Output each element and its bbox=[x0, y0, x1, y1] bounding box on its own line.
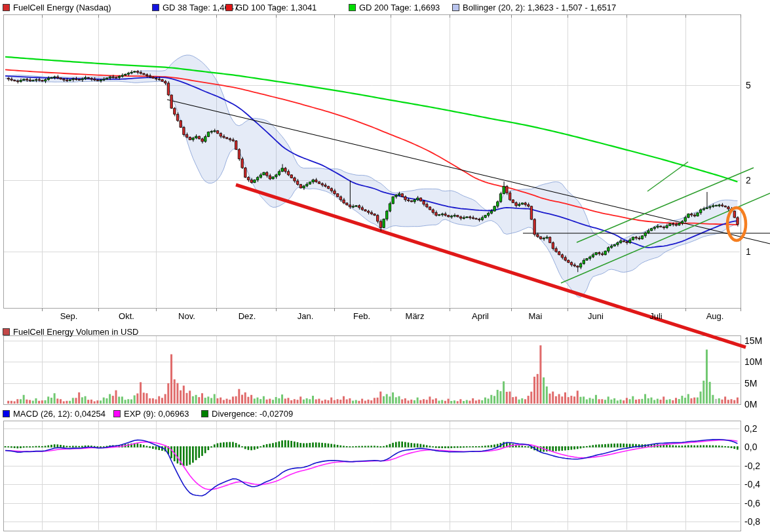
volume-axis-tick-label: 15M bbox=[744, 335, 762, 346]
series-swatch-icon bbox=[152, 4, 159, 11]
series-swatch-icon bbox=[201, 410, 208, 417]
series-swatch-icon bbox=[3, 410, 10, 417]
macd-axis-tick-label: 0,0 bbox=[744, 442, 757, 452]
legend-item-divergence: Divergence: -0,02709 bbox=[201, 409, 293, 419]
x-axis-month-label: Dez. bbox=[239, 311, 256, 321]
x-axis-month-label: Okt. bbox=[119, 311, 134, 321]
price-axis-tick-label: 2 bbox=[746, 175, 751, 185]
macd-axis-tick-label: -0,2 bbox=[744, 461, 760, 471]
legend-label: Bollinger (20, 2): 1,3623 - 1,507 - 1,65… bbox=[463, 3, 616, 12]
legend-label: FuelCell Energy (Nasdaq) bbox=[13, 3, 111, 12]
legend-item-exp: EXP (9): 0,06963 bbox=[113, 409, 189, 419]
legend-label: GD 200 Tage: 1,6693 bbox=[359, 3, 440, 12]
legend-item-macd: MACD (26, 12): 0,04254 bbox=[3, 409, 106, 419]
volume-axis-tick-label: 5M bbox=[744, 378, 757, 389]
price-axis-tick-label: 5 bbox=[746, 80, 751, 90]
series-swatch-icon bbox=[349, 4, 356, 11]
series-swatch-icon bbox=[452, 4, 459, 11]
macd-axis-tick-label: -0,4 bbox=[744, 479, 760, 489]
legend-label: FuelCell Energy Volumen in USD bbox=[13, 327, 138, 337]
x-axis-month-label: März bbox=[406, 311, 425, 321]
legend-label: MACD (26, 12): 0,04254 bbox=[13, 409, 106, 419]
x-axis-month-label: Sep. bbox=[60, 311, 78, 321]
series-swatch-icon bbox=[3, 4, 10, 11]
macd-axis-tick-label: 0,2 bbox=[744, 423, 757, 434]
x-axis-month-label: Aug. bbox=[706, 311, 724, 321]
series-swatch-icon bbox=[3, 328, 10, 335]
legend-item-gd200: GD 200 Tage: 1,6693 bbox=[349, 3, 440, 12]
legend-label: EXP (9): 0,06963 bbox=[124, 409, 189, 419]
legend-item-bollinger: Bollinger (20, 2): 1,3623 - 1,507 - 1,65… bbox=[452, 3, 616, 12]
volume-axis-tick-label: 0M bbox=[744, 399, 757, 409]
x-axis-month-label: April bbox=[472, 311, 489, 321]
legend-label: GD 100 Tage: 1,3041 bbox=[236, 3, 317, 12]
legend-label: Divergence: -0,02709 bbox=[212, 409, 293, 419]
x-axis-month-label: Juli bbox=[649, 311, 663, 321]
volume-axis-tick-label: 10M bbox=[744, 356, 762, 367]
macd-axis-tick-label: -0,6 bbox=[744, 498, 760, 508]
legend-item-symbol: FuelCell Energy (Nasdaq) bbox=[3, 3, 111, 12]
stock-chart-canvas[interactable] bbox=[0, 0, 770, 532]
x-axis-month-label: Feb. bbox=[353, 311, 370, 321]
x-axis-month-label: Nov. bbox=[178, 311, 195, 321]
macd-axis-tick-label: -0,8 bbox=[744, 516, 760, 527]
x-axis-month-label: Mai bbox=[529, 311, 543, 321]
stock-chart-page: FuelCell Energy (Nasdaq) GD 38 Tage: 1,4… bbox=[0, 0, 770, 532]
series-swatch-icon bbox=[225, 4, 233, 11]
x-axis-month-label: Jan. bbox=[298, 311, 314, 321]
price-axis-tick-label: 1 bbox=[746, 246, 751, 257]
series-swatch-icon bbox=[113, 410, 121, 417]
legend-item-volume: FuelCell Energy Volumen in USD bbox=[3, 327, 138, 337]
legend-item-gd100: GD 100 Tage: 1,3041 bbox=[225, 3, 317, 12]
x-axis-month-label: Juni bbox=[588, 311, 604, 321]
